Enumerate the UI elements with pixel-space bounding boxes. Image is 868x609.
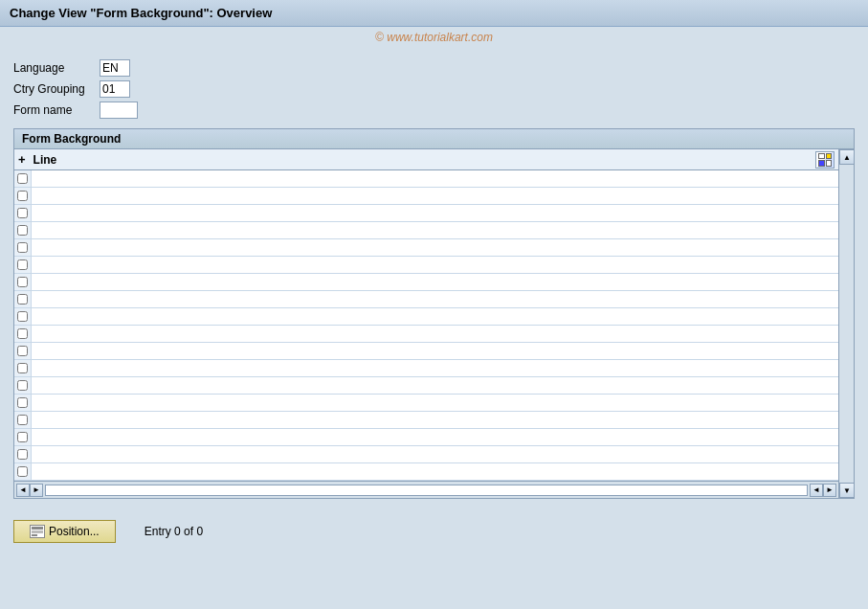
row-checkbox[interactable]: [14, 188, 32, 204]
language-label: Language: [13, 61, 100, 75]
hscroll-track[interactable]: [45, 485, 808, 496]
row-checkbox[interactable]: [14, 463, 32, 480]
row-checkbox[interactable]: [14, 308, 32, 325]
row-cell: [32, 170, 838, 187]
position-button-icon: [30, 525, 45, 538]
watermark-text: © www.tutorialkart.com: [375, 31, 493, 44]
main-content: Language Ctry Grouping Form name Form Ba…: [0, 48, 868, 510]
table-body: [14, 170, 838, 481]
form-name-label: Form name: [13, 103, 100, 117]
scroll-track[interactable]: [839, 165, 854, 483]
ctry-grouping-input[interactable]: [100, 80, 130, 98]
table-row: [14, 257, 838, 274]
table-row: [14, 395, 838, 412]
scroll-up-button[interactable]: ▲: [839, 149, 855, 165]
hscroll-left-button[interactable]: ◄: [16, 484, 30, 497]
form-background-table: Form Background + Line: [13, 128, 855, 499]
row-checkbox[interactable]: [14, 395, 32, 411]
svg-rect-2: [32, 534, 37, 536]
column-settings-icon[interactable]: [815, 151, 835, 169]
svg-rect-1: [32, 530, 43, 533]
footer-bar: Position... Entry 0 of 0: [0, 510, 868, 553]
watermark-bar: © www.tutorialkart.com: [0, 27, 868, 48]
table-outer: + Line: [14, 149, 854, 498]
table-row: [14, 222, 838, 239]
form-name-input[interactable]: [100, 102, 138, 119]
hscroll-far-right-icon: ►: [826, 485, 834, 494]
row-cell: [32, 412, 838, 428]
row-checkbox[interactable]: [14, 205, 32, 221]
vertical-scrollbar: ▲ ▼: [838, 149, 854, 498]
table-row: [14, 326, 838, 343]
table-title: Form Background: [22, 132, 121, 146]
hscroll-far-right-button[interactable]: ►: [823, 484, 836, 497]
table-row: [14, 377, 838, 395]
table-row: [14, 291, 838, 308]
row-cell: [32, 222, 838, 238]
row-checkbox[interactable]: [14, 360, 32, 376]
hscroll-left-icon: ◄: [19, 485, 27, 494]
title-text: Change View "Form Background": Overview: [10, 6, 272, 20]
svg-rect-0: [32, 527, 43, 530]
ctry-grouping-row: Ctry Grouping: [13, 80, 855, 98]
row-checkbox[interactable]: [14, 343, 32, 359]
row-checkbox[interactable]: [14, 446, 32, 462]
add-row-button[interactable]: +: [18, 153, 26, 166]
scroll-up-icon: ▲: [843, 153, 851, 162]
hscroll-right-button[interactable]: ◄: [810, 484, 823, 497]
row-cell: [32, 257, 838, 273]
row-cell: [32, 308, 838, 325]
scroll-down-icon: ▼: [843, 486, 851, 495]
table-row: [14, 239, 838, 257]
row-checkbox[interactable]: [14, 239, 32, 256]
language-input[interactable]: [100, 59, 130, 77]
row-cell: [32, 274, 838, 290]
table-header: Form Background: [14, 129, 854, 149]
row-cell: [32, 377, 838, 394]
title-bar: Change View "Form Background": Overview: [0, 0, 868, 27]
scroll-down-button[interactable]: ▼: [839, 483, 855, 498]
row-checkbox[interactable]: [14, 274, 32, 290]
row-checkbox[interactable]: [14, 170, 32, 187]
table-row: [14, 412, 838, 429]
table-column-header: + Line: [14, 149, 838, 170]
row-checkbox[interactable]: [14, 326, 32, 342]
table-row: [14, 274, 838, 291]
row-cell: [32, 360, 838, 376]
table-main: + Line: [14, 149, 838, 498]
table-row: [14, 446, 838, 463]
row-checkbox[interactable]: [14, 257, 32, 273]
row-checkbox[interactable]: [14, 222, 32, 238]
table-row: [14, 188, 838, 205]
hscroll-right-icon-left: ►: [33, 485, 40, 494]
row-cell: [32, 343, 838, 359]
position-button[interactable]: Position...: [13, 520, 116, 543]
ctry-grouping-label: Ctry Grouping: [13, 82, 100, 96]
row-checkbox[interactable]: [14, 291, 32, 307]
table-row: [14, 170, 838, 188]
row-cell: [32, 429, 838, 445]
row-cell: [32, 291, 838, 307]
table-row: [14, 308, 838, 326]
row-checkbox[interactable]: [14, 412, 32, 428]
table-row: [14, 429, 838, 446]
language-row: Language: [13, 59, 855, 77]
row-checkbox[interactable]: [14, 377, 32, 394]
row-cell: [32, 205, 838, 221]
table-row: [14, 463, 838, 481]
row-cell: [32, 463, 838, 480]
row-cell: [32, 239, 838, 256]
position-button-label: Position...: [49, 525, 100, 538]
table-row: [14, 205, 838, 222]
line-column-header: Line: [33, 153, 815, 167]
hscroll-right-button-left[interactable]: ►: [30, 484, 43, 497]
row-checkbox[interactable]: [14, 429, 32, 445]
table-row: [14, 343, 838, 360]
row-cell: [32, 188, 838, 204]
hscroll-right-area: ◄ ►: [810, 484, 836, 497]
row-cell: [32, 446, 838, 462]
row-cell: [32, 395, 838, 411]
hscroll-right-icon: ◄: [812, 485, 820, 494]
entry-info: Entry 0 of 0: [145, 525, 203, 538]
table-row: [14, 360, 838, 377]
